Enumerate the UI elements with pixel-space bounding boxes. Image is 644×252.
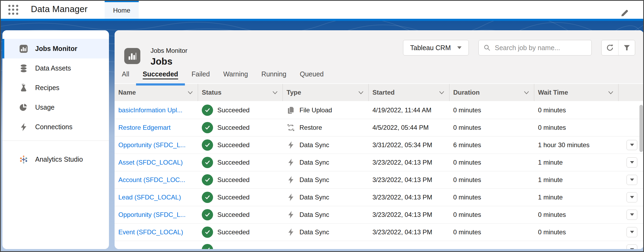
status-text: Succeeded (217, 194, 250, 201)
started-text: 4/5/2022, 05:44 PM (369, 124, 449, 131)
column-header-wait-time[interactable]: Wait Time (534, 84, 619, 101)
app-selector-value: Tableau CRM (410, 44, 451, 52)
sidebar-item-jobs-monitor[interactable]: Jobs Monitor (2, 39, 109, 58)
tab-running[interactable]: Running (255, 70, 293, 83)
chevron-down-icon (524, 91, 529, 94)
sidebar-item-label: Connections (35, 123, 72, 131)
table-row: Event (SFDC_LOCAL) Succeeded Data Sync 3… (115, 224, 644, 241)
duration-text: 0 minutes (449, 176, 534, 184)
started-text: 3/23/2022, 04:13 PM (369, 176, 449, 184)
job-name-link[interactable]: Opportunity (SFDC_L... (118, 211, 186, 218)
lightning-icon (287, 141, 295, 149)
table-row: Account (SFDC_LOC... Succeeded Data Sync… (115, 171, 644, 189)
search-input[interactable] (494, 44, 587, 52)
tab-all[interactable]: All (115, 70, 136, 83)
job-name-link[interactable]: Restore Edgemart (118, 124, 171, 131)
type-text: Data Sync (299, 228, 329, 236)
toolbar-button-group (601, 40, 635, 55)
type-text: Restore (299, 124, 322, 131)
column-header-status[interactable]: Status (198, 84, 283, 101)
tab-warning[interactable]: Warning (217, 70, 255, 83)
job-name-link[interactable]: basicInformation Upl... (118, 106, 182, 114)
row-actions-button[interactable] (627, 210, 637, 220)
row-actions-button[interactable] (627, 140, 637, 150)
started-text: 3/23/2022, 04:13 PM (369, 194, 449, 201)
lightning-icon (287, 158, 295, 167)
sidebar-item-usage[interactable]: Usage (2, 98, 109, 117)
global-header: Data Manager Home (1, 1, 643, 19)
job-name-link[interactable]: Lead (SFDC_LOCAL) (118, 194, 181, 201)
success-check-icon (202, 105, 213, 116)
app-launcher-icon[interactable] (8, 5, 19, 15)
triangle-down-icon (630, 213, 634, 216)
column-header-started[interactable]: Started (369, 84, 449, 101)
job-name-link[interactable]: Event (SFDC_LOCAL) (118, 228, 183, 236)
job-name-link[interactable]: Asset (SFDC_LOCAL) (118, 159, 183, 166)
status-text: Succeeded (217, 106, 250, 114)
brand-divider (1, 19, 643, 21)
column-header-actions (619, 84, 644, 101)
chevron-down-icon (272, 91, 278, 94)
status-text: Succeeded (217, 124, 250, 131)
job-name-link[interactable]: Account (SFDC_LOC... (118, 176, 185, 184)
row-actions-button[interactable] (627, 157, 637, 168)
row-actions-button[interactable] (627, 244, 637, 249)
bar-chart-icon (19, 44, 28, 53)
success-check-icon (202, 192, 213, 203)
flask-icon (19, 83, 28, 92)
wait-time-text: 1 minute (534, 194, 619, 201)
table-row: Opportunity (SFDC_L... Succeeded Data Sy… (115, 136, 644, 154)
chevron-down-icon (188, 91, 193, 94)
tab-failed[interactable]: Failed (185, 70, 217, 83)
bar-chart-icon (124, 48, 140, 64)
status-text: Succeeded (217, 211, 250, 218)
app-selector-dropdown[interactable]: Tableau CRM (403, 40, 469, 55)
column-header-name[interactable]: Name (115, 84, 198, 101)
table-body: basicInformation Upl... Succeeded File U… (115, 102, 644, 249)
job-name-link[interactable]: Opportunity (SFDC_L... (118, 141, 186, 149)
tab-home[interactable]: Home (105, 1, 139, 19)
status-text: Succeeded (217, 141, 250, 149)
success-check-icon (202, 244, 213, 249)
duration-text: 0 minutes (449, 228, 534, 236)
column-header-duration[interactable]: Duration (449, 84, 534, 101)
started-text: 3/23/2022, 04:13 PM (369, 159, 449, 166)
lightning-icon (287, 210, 295, 219)
row-actions-button[interactable] (627, 192, 637, 202)
pencil-icon[interactable] (620, 8, 629, 17)
sidebar-item-analytics-studio[interactable]: Analytics Studio (2, 150, 109, 169)
sidebar-item-label: Recipes (35, 84, 59, 92)
sidebar-item-connections[interactable]: Connections (2, 117, 109, 137)
sidebar-item-label: Jobs Monitor (35, 45, 77, 53)
chevron-down-icon (358, 91, 364, 94)
row-actions-button[interactable] (627, 227, 637, 237)
table-row: Opportunity (SFDC_L... Succeeded Data Sy… (115, 206, 644, 224)
type-text: File Upload (299, 106, 332, 114)
table-header: Name Status Type Started Duration Wait T… (115, 83, 644, 102)
filter-button[interactable] (618, 40, 635, 55)
filter-icon (623, 44, 630, 51)
row-actions-button[interactable] (627, 175, 637, 185)
search-icon (484, 44, 491, 51)
status-text: Succeeded (217, 159, 250, 166)
duration-text: 0 minutes (449, 124, 534, 131)
column-header-type[interactable]: Type (283, 84, 369, 101)
tab-succeeded[interactable]: Succeeded (136, 70, 185, 83)
sidebar-item-data-assets[interactable]: Data Assets (2, 58, 109, 78)
started-text: 3/31/2022, 05:34 PM (369, 141, 449, 149)
table-row: Restore Edgemart Succeeded Restore 4/5/2… (115, 119, 644, 136)
search-box (478, 40, 592, 55)
wait-time-text: 1 hour 30 minutes (534, 141, 619, 149)
table-row: basicInformation Upl... Succeeded File U… (115, 102, 644, 119)
status-tabs: All Succeeded Failed Warning Running Que… (115, 70, 330, 83)
pie-chart-icon (19, 103, 28, 112)
vertical-scrollbar-thumb[interactable] (639, 105, 643, 152)
refresh-button[interactable] (602, 40, 618, 55)
sidebar-item-label: Usage (35, 103, 54, 111)
triangle-down-icon (630, 144, 634, 146)
breadcrumb: Jobs Monitor (151, 47, 187, 54)
duration-text: 0 minutes (449, 194, 534, 201)
sidebar-item-recipes[interactable]: Recipes (2, 78, 109, 98)
tab-queued[interactable]: Queued (293, 70, 330, 83)
wait-time-text: 0 minutes (534, 106, 619, 114)
